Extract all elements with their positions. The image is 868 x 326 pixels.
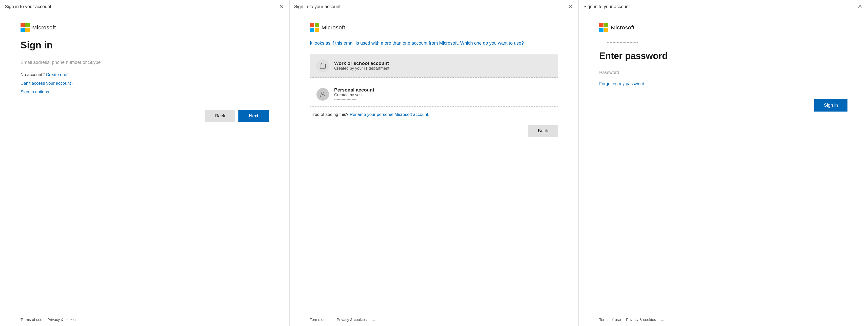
panel1-footer-dots: ... [82,317,86,322]
logo2-sq-yellow [315,28,319,32]
panel2-close-button[interactable]: ✕ [567,4,574,9]
work-account-info: Work or school account Created by your I… [334,61,390,71]
personal-account-email: •••••••••••••••••• [334,97,374,101]
forgotten-password-link[interactable]: Forgotten my password [599,81,847,86]
personal-account-info: Personal account Created by you ••••••••… [334,87,374,101]
panel1-btn-row: Back Next [21,110,269,122]
panel1-footer: Terms of use Privacy & cookies ... [0,313,289,326]
work-account-title: Work or school account [334,61,390,66]
work-account-icon [316,59,329,72]
panel-enter-password: Sign in to your account ✕ Microsoft ← ••… [579,0,868,326]
panel3-window-title: Sign in to your account [584,4,630,9]
rename-link[interactable]: Rename your personal Microsoft account. [350,112,429,117]
logo3-sq-blue [599,28,603,32]
panel2-footer: Terms of use Privacy & cookies ... [289,313,579,326]
panel1-next-button[interactable]: Next [239,110,269,122]
panel3-footer-dots: ... [661,317,664,322]
personal-account-subtitle: Created by you [334,93,374,97]
email-input[interactable] [21,58,269,67]
sign-in-options-link[interactable]: Sign-in options [21,89,269,94]
tired-text: Tired of seeing this? Rename your person… [310,112,558,117]
panel3-content: Microsoft ← •••••••••••••••••••••• Enter… [579,13,868,313]
ms-logo-grid [21,23,30,32]
logo3-sq-yellow [604,28,608,32]
panel3-close-button[interactable]: ✕ [857,4,863,9]
email-back-arrow[interactable]: ← [599,40,604,46]
panel3-privacy-link[interactable]: Privacy & cookies [626,317,656,322]
svg-point-2 [321,92,324,94]
svg-rect-0 [320,64,326,68]
panel1-content: Microsoft Sign in No account? Create one… [0,13,289,313]
logo2-sq-red [310,23,314,27]
email-back-row: ← •••••••••••••••••••••• [599,40,847,46]
no-account-text: No account? Create one! [21,72,269,77]
ms-logo-grid-2 [310,23,319,32]
sign-in-button[interactable]: Sign in [814,99,847,112]
panel2-content: Microsoft It looks as if this email is u… [289,13,579,313]
panel1-back-button[interactable]: Back [205,110,236,122]
enter-password-title: Enter password [599,51,847,61]
create-one-link[interactable]: Create one! [46,72,68,77]
ms-logo-text: Microsoft [32,24,56,31]
logo3-sq-red [599,23,603,27]
panel3-footer: Terms of use Privacy & cookies ... [579,313,868,326]
panel2-header: Sign in to your account ✕ [289,0,579,13]
email-masked-display: •••••••••••••••••••••• [607,40,638,45]
panel1-window-title: Sign in to your account [5,4,51,9]
panel2-logo: Microsoft [310,23,558,32]
logo2-sq-blue [310,28,314,32]
panel1-terms-link[interactable]: Terms of use [21,317,42,322]
panel2-window-title: Sign in to your account [294,4,341,9]
logo-sq-green [25,23,30,27]
personal-account-option[interactable]: Personal account Created by you ••••••••… [310,82,558,107]
panel3-ms-logo-text: Microsoft [611,24,635,31]
panel2-ms-logo-text: Microsoft [321,24,345,31]
logo2-sq-green [315,23,319,27]
email-input-group [21,58,269,67]
logo-sq-yellow [25,28,30,32]
logo-sq-blue [21,28,25,32]
panel3-terms-link[interactable]: Terms of use [599,317,621,322]
panel3-logo: Microsoft [599,23,847,32]
panel2-privacy-link[interactable]: Privacy & cookies [337,317,367,322]
panel1-sign-in-title: Sign in [21,40,269,51]
panel1-close-button[interactable]: ✕ [278,4,284,9]
work-account-subtitle: Created by your IT department [334,66,390,71]
password-input[interactable] [599,68,847,77]
panel2-btn-row: Back [310,125,558,137]
personal-account-title: Personal account [334,87,374,93]
panel2-info-text: It looks as if this email is used with m… [310,40,558,47]
logo3-sq-green [604,23,608,27]
panel2-terms-link[interactable]: Terms of use [310,317,332,322]
panel1-logo: Microsoft [21,23,269,32]
cant-access-link[interactable]: Can't access your account? [21,81,269,86]
logo-sq-red [21,23,25,27]
panel-signin: Sign in to your account ✕ Microsoft Sign… [0,0,289,326]
personal-account-icon [316,88,329,101]
panel-account-select: Sign in to your account ✕ Microsoft It l… [289,0,579,326]
panel1-privacy-link[interactable]: Privacy & cookies [48,317,77,322]
work-account-option[interactable]: Work or school account Created by your I… [310,54,558,78]
ms-logo-grid-3 [599,23,608,32]
panel2-footer-dots: ... [372,317,375,322]
panel3-header: Sign in to your account ✕ [579,0,868,13]
panel1-header: Sign in to your account ✕ [0,0,289,13]
panel3-signin-btn-row: Sign in [599,99,847,112]
panel2-back-button[interactable]: Back [528,125,558,137]
